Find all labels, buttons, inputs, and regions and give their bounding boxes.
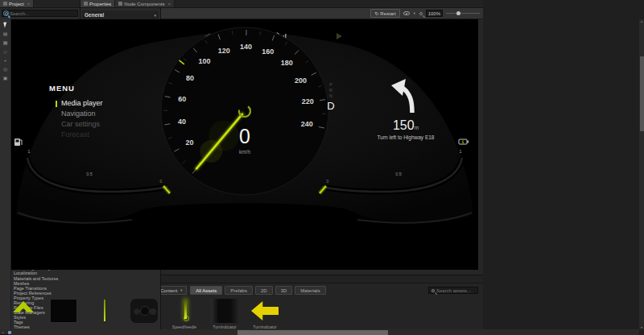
fuel-max-label: 1 — [27, 149, 31, 154]
properties-tabbar: Properties Node Components × — [80, 0, 160, 8]
restart-icon: ↻ — [374, 10, 378, 16]
fuel-mid-label: 0.5 — [86, 172, 93, 176]
grid-icon[interactable]: ▦ — [3, 40, 8, 45]
tab-properties-label: Properties — [89, 2, 111, 6]
close-icon[interactable]: × — [27, 2, 31, 6]
add-icon[interactable]: + — [4, 58, 7, 63]
zoom-slider[interactable] — [446, 13, 480, 14]
zoom-level-value[interactable]: 100% — [426, 10, 443, 17]
restart-label: Restart — [380, 11, 395, 16]
library-item-label: Page Transitions — [14, 286, 47, 291]
speed-label: 140 — [240, 43, 252, 51]
analyze-icon[interactable] — [3, 10, 9, 16]
speed-label: 160 — [262, 48, 274, 56]
library-item-label: Meshes — [14, 281, 29, 286]
filter-prefabs[interactable]: Prefabs — [225, 286, 253, 295]
filter-2d[interactable]: 2D — [255, 286, 273, 295]
chevron-down-icon: ▾ — [154, 13, 156, 18]
library-item-label: Styles — [14, 315, 26, 320]
asset-turnindicator[interactable]: TurnIndicator — [206, 299, 243, 329]
dark-panel-thumbnail — [211, 299, 238, 323]
filter-materials[interactable]: Materials — [295, 286, 325, 295]
gauges-thumbnail — [130, 299, 158, 323]
asset-speedneedle[interactable]: SpeedNeedle — [166, 299, 203, 329]
app-window: Project × ▾Screen▾RootPageFuelNeedleBatt… — [0, 0, 644, 335]
chevron-down-icon: ▼ — [180, 288, 183, 292]
restart-button[interactable]: ↻ Restart — [370, 9, 399, 18]
filter-3d[interactable]: 3D — [275, 286, 293, 295]
gear-p: P — [325, 82, 336, 88]
speed-label: 180 — [281, 59, 293, 67]
menu-item-media-player[interactable]: Media player — [56, 98, 103, 109]
library-item-label: Property Types — [14, 296, 43, 300]
speed-label: 100 — [199, 57, 211, 65]
gear-d: D — [325, 100, 336, 112]
tab-project-label: Project — [9, 2, 24, 6]
battery-icon — [459, 139, 469, 144]
arrow-left-yellow-thumbnail — [251, 299, 279, 323]
close-icon[interactable]: × — [167, 2, 171, 6]
preview-horizontal-scrollbar[interactable] — [11, 329, 639, 335]
fuel-gauge: 1 0.5 0 — [11, 124, 188, 205]
preview-side-toolbar: ▤ ▦ ◇ + ◎ ▣ — [0, 19, 11, 329]
project-icon — [3, 2, 7, 6]
black-square-thumbnail — [50, 299, 77, 323]
gear-n: N — [325, 93, 336, 99]
instrument-cluster: MENU Media playerNavigationCar settingsF… — [11, 19, 478, 270]
scrollbar-thumb[interactable] — [640, 56, 644, 130]
section-general[interactable]: General ▾ — [82, 10, 159, 19]
library-item-label: Project References — [14, 291, 52, 296]
properties-icon — [84, 2, 88, 6]
search-icon — [431, 289, 435, 292]
library-item-label: Localization — [14, 271, 37, 275]
scroll-down-icon[interactable]: ▾ — [639, 325, 644, 329]
thin-needle-thumbnail — [90, 299, 118, 323]
selection-bar — [56, 101, 57, 107]
assets-search-input[interactable] — [436, 288, 475, 293]
save-icon[interactable]: ▣ — [3, 76, 8, 81]
asset-filters: All AssetsPrefabs2D3DMaterials — [190, 286, 325, 295]
battery-gauge: 1 0.5 0 — [301, 124, 478, 205]
cursor-icon[interactable] — [3, 22, 8, 28]
scroll-up-icon[interactable]: ▴ — [639, 19, 644, 23]
menu-item-label: Navigation — [61, 110, 96, 118]
turn-left-arrow-icon — [389, 77, 423, 113]
chevron-down-icon[interactable]: ▼ — [413, 11, 416, 15]
project-tabbar: Project × — [0, 0, 80, 8]
tab-node-components-label: Node Components — [124, 2, 164, 6]
asset-turnindicator[interactable]: TurnIndicator — [246, 299, 283, 329]
panel-icon[interactable]: ▤ — [3, 31, 8, 36]
project-search-input[interactable] — [10, 11, 75, 16]
tab-properties[interactable]: Properties — [80, 0, 115, 7]
visibility-icon[interactable] — [403, 11, 410, 15]
battery-min-label: 0 — [327, 179, 329, 184]
zoom-icon — [419, 12, 423, 15]
project-search[interactable] — [2, 10, 78, 17]
speed-label: 200 — [295, 77, 307, 85]
filter-all-assets[interactable]: All Assets — [190, 286, 222, 295]
wireframe-icon[interactable]: ◇ — [3, 49, 7, 54]
speed-label: 220 — [302, 97, 314, 105]
expander-icon[interactable]: ▸ — [2, 331, 6, 334]
preview-vertical-scrollbar[interactable]: ▴ ▾ — [639, 19, 644, 329]
speed-label: 60 — [178, 95, 186, 103]
menu-item-navigation[interactable]: Navigation — [56, 109, 103, 119]
fuel-min-label: 0 — [160, 179, 163, 184]
preview-canvas[interactable]: MENU Media playerNavigationCar settingsF… — [11, 19, 478, 270]
speed-label: 120 — [218, 47, 230, 55]
node-components-icon — [118, 2, 122, 6]
gear-r: R — [325, 88, 336, 93]
speed-needle-thumbnail — [171, 299, 198, 323]
tab-node-components[interactable]: Node Components × — [115, 0, 175, 7]
speed-value: 0 — [213, 125, 277, 148]
library-item-label: Tags — [14, 320, 23, 325]
menu-item-label: Media player — [61, 99, 103, 107]
library-item-label: Materials and Textures — [14, 276, 58, 281]
assets-search[interactable] — [428, 287, 478, 294]
scrollbar-thumb[interactable] — [237, 330, 388, 335]
target-icon[interactable]: ◎ — [3, 67, 7, 72]
gear-selector: PRND — [325, 82, 336, 112]
section-general-label: General — [85, 12, 104, 18]
tab-project[interactable]: Project × — [0, 0, 34, 7]
speed-unit: km/h — [213, 149, 277, 155]
